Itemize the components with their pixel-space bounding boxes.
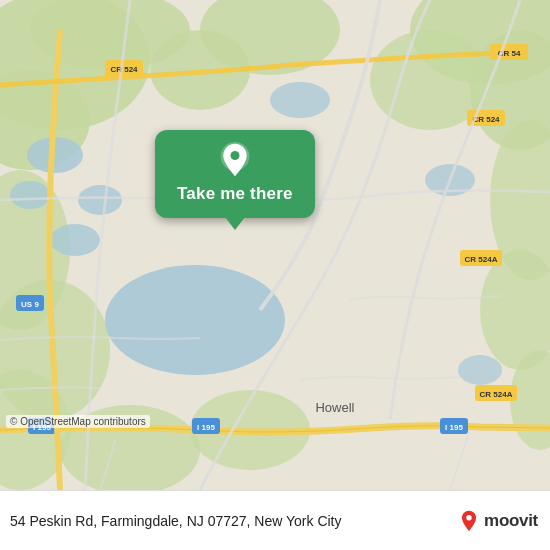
take-me-there-button[interactable]: Take me there xyxy=(155,130,315,218)
svg-point-24 xyxy=(458,355,502,385)
location-pin-icon xyxy=(217,142,253,178)
map-container: I 195 I 195 I 195 US 9 CR 524 CR 54 CR 5… xyxy=(0,0,550,490)
svg-point-45 xyxy=(230,151,239,160)
svg-point-21 xyxy=(50,224,100,256)
svg-point-46 xyxy=(466,515,472,521)
svg-text:CR 524: CR 524 xyxy=(110,65,138,74)
svg-text:US 9: US 9 xyxy=(21,300,39,309)
svg-text:I 195: I 195 xyxy=(197,423,215,432)
svg-text:Howell: Howell xyxy=(315,400,354,415)
svg-text:I 195: I 195 xyxy=(445,423,463,432)
moovit-logo-text: moovit xyxy=(484,511,538,531)
bottom-bar: 54 Peskin Rd, Farmingdale, NJ 07727, New… xyxy=(0,490,550,550)
moovit-pin-icon xyxy=(458,510,480,532)
take-me-there-label: Take me there xyxy=(177,184,293,204)
svg-point-22 xyxy=(270,82,330,118)
svg-point-19 xyxy=(78,185,122,215)
svg-point-20 xyxy=(10,181,50,209)
svg-text:CR 524A: CR 524A xyxy=(465,255,498,264)
svg-text:CR 524A: CR 524A xyxy=(480,390,513,399)
moovit-logo: moovit xyxy=(458,510,538,532)
osm-credit: © OpenStreetMap contributors xyxy=(6,415,150,428)
address-text: 54 Peskin Rd, Farmingdale, NJ 07727, New… xyxy=(10,513,458,529)
svg-point-17 xyxy=(105,265,285,375)
